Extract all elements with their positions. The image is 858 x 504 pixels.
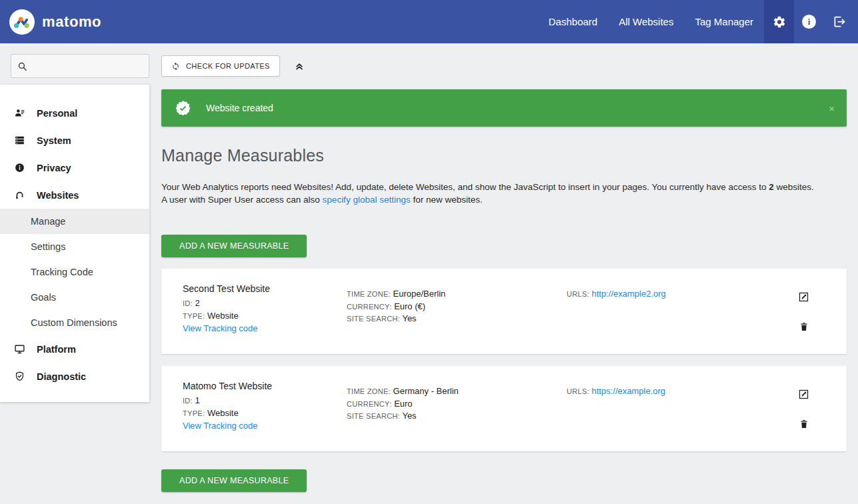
currency-label: CURRENCY:: [347, 303, 392, 311]
settings-gear-icon: [773, 15, 786, 29]
help-tab[interactable]: i: [794, 0, 824, 43]
sidebar-subitem-settings[interactable]: Settings: [0, 234, 149, 259]
website-url-link[interactable]: http://example2.org: [592, 289, 666, 299]
site-search-label: SITE SEARCH:: [347, 412, 400, 420]
website-card: Second Test Website ID: 2 TYPE: Website …: [161, 269, 847, 354]
timezone-line: TIME ZONE: Germany - Berlin: [347, 385, 567, 398]
server-stack-icon: [14, 135, 25, 146]
website-type-line: TYPE: Website: [183, 310, 347, 323]
info-icon: i: [802, 15, 816, 29]
view-tracking-code-link[interactable]: View Tracking code: [183, 420, 258, 432]
type-label: TYPE:: [183, 312, 205, 320]
view-tracking-code-link[interactable]: View Tracking code: [183, 323, 258, 335]
intro-line2-start: A user with Super User access can also: [161, 195, 323, 205]
website-settings-info: TIME ZONE: Germany - Berlin CURRENCY: Eu…: [347, 381, 567, 451]
success-notification: Website created ×: [161, 89, 847, 127]
add-measurable-button-bottom[interactable]: ADD A NEW MEASURABLE: [161, 469, 307, 492]
id-value: 2: [195, 298, 200, 308]
intro-line1-start: Your Web Analytics reports need Websites…: [161, 182, 769, 192]
edit-icon[interactable]: [798, 389, 809, 400]
type-value: Website: [207, 408, 239, 418]
websites-count: 2: [769, 182, 774, 192]
sidebar-item-diagnostic[interactable]: Diagnostic: [0, 363, 149, 390]
refresh-icon: [171, 62, 180, 71]
website-name: Second Test Website: [183, 283, 347, 294]
id-label: ID:: [183, 299, 193, 307]
sidebar-subitem-label: Manage: [31, 216, 65, 227]
badge-check-icon: [175, 100, 191, 117]
specify-global-settings-link[interactable]: specify global settings: [323, 195, 411, 205]
brand-name: matomo: [42, 13, 101, 31]
collapse-chevrons-up-icon[interactable]: [294, 61, 305, 71]
notification-message: Website created: [206, 103, 273, 113]
search-input[interactable]: [28, 55, 143, 77]
add-measurable-button-top[interactable]: ADD A NEW MEASURABLE: [161, 235, 307, 257]
currency-line: CURRENCY: Euro (€): [347, 301, 567, 313]
sidebar-subitem-tracking-code[interactable]: Tracking Code: [0, 259, 149, 285]
website-main-info: Matomo Test Website ID: 1 TYPE: Website …: [183, 381, 347, 451]
nav-link-all-websites[interactable]: All Websites: [608, 0, 684, 43]
sidebar-item-label: Personal: [37, 108, 77, 119]
sidebar-item-label: Privacy: [37, 163, 71, 173]
brand[interactable]: matomo: [0, 9, 101, 35]
site-search-line: SITE SEARCH: Yes: [347, 313, 567, 325]
nav-link-dashboard[interactable]: Dashboard: [538, 0, 608, 43]
website-actions: [798, 389, 809, 429]
website-main-info: Second Test Website ID: 2 TYPE: Website …: [183, 283, 347, 354]
settings-sidebar: Personal System Privacy: [0, 85, 149, 402]
type-value: Website: [207, 311, 239, 321]
page-title: Manage Measurables: [161, 145, 324, 165]
monitor-icon: [14, 343, 25, 355]
logout-tab[interactable]: [824, 0, 854, 43]
sidebar-item-label: System: [37, 135, 71, 146]
sidebar-item-platform[interactable]: Platform: [0, 335, 149, 363]
sidebar-item-privacy[interactable]: Privacy: [0, 154, 149, 181]
site-search-value: Yes: [402, 411, 416, 421]
urls-label: URLS:: [567, 387, 589, 395]
sidebar-item-personal[interactable]: Personal: [0, 99, 149, 127]
sidebar-subitem-custom-dimensions[interactable]: Custom Dimensions: [0, 310, 149, 335]
close-icon[interactable]: ×: [829, 103, 835, 114]
currency-label: CURRENCY:: [347, 400, 392, 408]
urls-label: URLS:: [567, 290, 589, 298]
matomo-logo-icon: [9, 9, 35, 35]
sidebar-search[interactable]: [11, 54, 149, 78]
intro-text: Your Web Analytics reports need Websites…: [161, 181, 814, 206]
sidebar-item-label: Platform: [37, 344, 76, 355]
logout-icon: [832, 15, 846, 29]
sidebar-subitem-goals[interactable]: Goals: [0, 285, 149, 310]
site-search-value: Yes: [402, 313, 416, 323]
timezone-label: TIME ZONE:: [347, 290, 391, 298]
website-type-line: TYPE: Website: [183, 407, 347, 420]
currency-line: CURRENCY: Euro: [347, 398, 567, 411]
sidebar-subitem-manage[interactable]: Manage: [0, 209, 149, 234]
website-url-link[interactable]: https://example.org: [592, 386, 666, 396]
nav-link-tag-manager[interactable]: Tag Manager: [684, 0, 764, 43]
website-settings-info: TIME ZONE: Europe/Berlin CURRENCY: Euro …: [347, 283, 567, 354]
sidebar-item-websites[interactable]: Websites: [0, 181, 149, 209]
user-icon: [14, 107, 25, 119]
edit-icon[interactable]: [798, 291, 809, 303]
search-icon: [17, 61, 28, 72]
id-value: 1: [195, 395, 200, 405]
website-card: Matomo Test Website ID: 1 TYPE: Website …: [161, 366, 847, 451]
website-id-line: ID: 2: [183, 297, 347, 310]
delete-trash-icon[interactable]: [799, 321, 809, 332]
website-name: Matomo Test Website: [183, 381, 347, 391]
sidebar-item-label: Diagnostic: [37, 371, 86, 382]
shield-check-icon: [14, 371, 25, 382]
intro-line2-end: for new websites.: [411, 195, 483, 205]
sidebar-item-label: Websites: [37, 190, 79, 201]
sidebar-subitem-label: Tracking Code: [31, 267, 93, 277]
sidebar-item-system[interactable]: System: [0, 127, 149, 154]
privacy-info-icon: [14, 162, 25, 173]
timezone-value: Europe/Berlin: [393, 289, 446, 299]
sidebar-subitem-label: Custom Dimensions: [31, 317, 117, 328]
check-for-updates-button[interactable]: CHECK FOR UPDATES: [161, 55, 280, 77]
settings-tab[interactable]: [764, 0, 794, 43]
admin-toolbar: CHECK FOR UPDATES: [161, 55, 305, 77]
website-id-line: ID: 1: [183, 395, 347, 407]
timezone-line: TIME ZONE: Europe/Berlin: [347, 288, 567, 301]
currency-value: Euro: [394, 399, 412, 409]
delete-trash-icon[interactable]: [799, 419, 809, 429]
